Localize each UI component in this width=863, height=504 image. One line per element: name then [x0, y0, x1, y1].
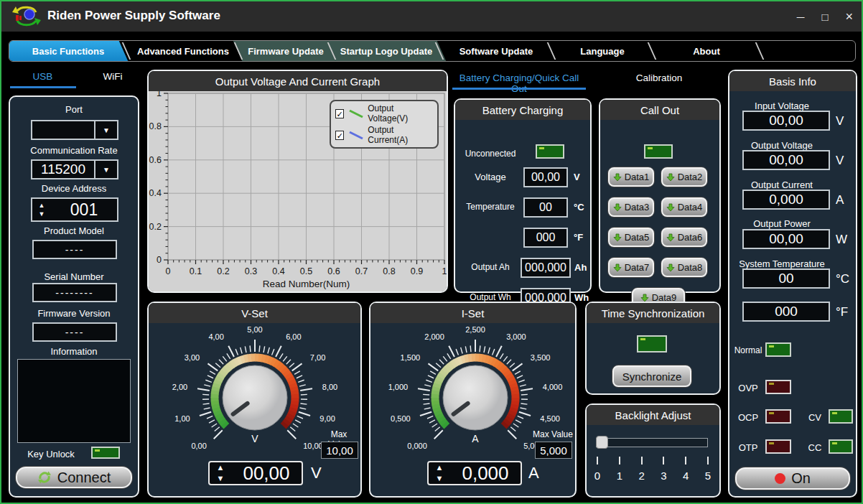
device-address-stepper[interactable]: ▲ ▼ 001 [31, 197, 118, 222]
output-on-button[interactable]: On [735, 467, 850, 490]
tab-wifi[interactable]: WiFi [80, 71, 145, 82]
i-set-stepper[interactable]: ▲ ▼ 0,000 [427, 461, 522, 485]
data5-button[interactable]: Data5 [608, 228, 654, 247]
v-set-stepper[interactable]: ▲ ▼ 00,00 [208, 461, 303, 485]
svg-text:8,00: 8,00 [322, 383, 337, 391]
legend-row-voltage: ✓ Output Voltage(V) [335, 103, 433, 123]
port-dropdown[interactable]: ▼ [31, 120, 118, 140]
svg-text:0.3: 0.3 [245, 266, 257, 276]
data3-button[interactable]: Data3 [608, 197, 654, 217]
dropdown-arrow-icon: ▼ [94, 161, 117, 178]
tab-calibration[interactable]: Calibration [616, 73, 702, 83]
time-sync-title: Time Synchronization [587, 303, 719, 323]
svg-text:0,00: 0,00 [191, 442, 206, 450]
spin-up-icon[interactable]: ▲ [217, 464, 225, 472]
svg-text:2,00: 2,00 [172, 383, 187, 391]
basis-info-panel: Basis Info Input Voltage 00,00 V Output … [728, 70, 857, 498]
battery-temp-f-unit: °F [574, 232, 583, 243]
tab-basic-functions[interactable]: Basic Functions [9, 41, 127, 61]
comm-rate-label: Communication Rate [10, 145, 138, 156]
backlight-tick-mark [619, 457, 620, 465]
comm-rate-dropdown[interactable]: 115200 ▼ [31, 159, 118, 179]
tab-advanced-functions[interactable]: Advanced Functions [127, 41, 239, 61]
battery-charging-panel: Battery Charging Unconnected Voltage 00,… [454, 98, 592, 293]
tab-about[interactable]: About [653, 41, 760, 61]
i-max-value-field[interactable]: 5,000 [535, 442, 572, 459]
tab-startup-logo-update[interactable]: Startup Logo Update [332, 41, 440, 61]
battery-row-label: Output Wh [460, 292, 521, 302]
backlight-tick-labels: 012345 [593, 470, 712, 482]
input-voltage-label: Input Voltage [729, 101, 834, 111]
minimize-icon[interactable]: ─ [797, 11, 805, 23]
tab-language[interactable]: Language [552, 41, 653, 61]
download-arrow-icon [613, 263, 622, 272]
refresh-icon [37, 470, 52, 485]
svg-text:0.4: 0.4 [272, 266, 284, 276]
usb-tab-underline [10, 86, 76, 88]
data2-button[interactable]: Data2 [661, 167, 707, 187]
backlight-tick-mark [685, 457, 686, 465]
spin-up-icon[interactable]: ▲ [436, 464, 444, 472]
battery-voltage-value: 00,00 [523, 167, 568, 187]
ocp-led-label: OCP [735, 412, 761, 423]
backlight-tick-mark [641, 457, 643, 465]
voltage-checkbox[interactable]: ✓ [335, 109, 344, 118]
key-unlock-label: Key Unlock [20, 449, 82, 459]
data1-button[interactable]: Data1 [608, 167, 654, 187]
system-temp-c-unit: °C [836, 272, 849, 286]
tab-software-update[interactable]: Software Update [440, 41, 552, 61]
data4-button[interactable]: Data4 [661, 197, 707, 217]
cc-led [829, 439, 853, 454]
current-checkbox[interactable]: ✓ [335, 131, 344, 140]
download-arrow-icon [640, 294, 649, 302]
connect-button[interactable]: Connect [16, 467, 132, 488]
spin-down-icon[interactable]: ▼ [39, 211, 45, 218]
svg-text:A: A [472, 433, 479, 444]
serial-number-value: -------- [32, 283, 117, 302]
backlight-tick-label: 0 [593, 470, 602, 482]
output-current-unit: A [836, 193, 844, 207]
svg-text:0.2: 0.2 [217, 266, 229, 276]
spin-up-icon[interactable]: ▲ [39, 202, 45, 209]
data8-button[interactable]: Data8 [661, 258, 707, 277]
svg-text:1,00: 1,00 [174, 414, 190, 423]
product-model-label: Product Model [10, 225, 138, 236]
tab-firmware-update[interactable]: Firmware Update [239, 41, 332, 61]
download-arrow-icon [613, 173, 622, 182]
backlight-slider-track[interactable] [596, 438, 708, 447]
i-set-panel: I-Set 0,0000,5001,0001,5002,0002,5003,00… [369, 302, 577, 498]
app-title: Riden Power Supply Software [47, 9, 220, 23]
svg-text:0.1: 0.1 [190, 266, 202, 276]
battery-voltage-unit: V [574, 172, 580, 182]
maximize-icon[interactable]: □ [821, 11, 828, 23]
tab-battery-charging[interactable]: Battery Charging/Quick Call Out [452, 73, 586, 94]
backlight-tick-label: 2 [638, 470, 646, 482]
svg-text:9,00: 9,00 [319, 414, 335, 423]
spin-down-icon[interactable]: ▼ [217, 475, 225, 482]
svg-text:0.7: 0.7 [355, 266, 368, 276]
download-arrow-icon [666, 173, 675, 182]
ovp-led [765, 380, 791, 394]
close-icon[interactable]: × [845, 9, 853, 24]
tab-usb[interactable]: USB [9, 71, 77, 82]
data6-button[interactable]: Data6 [661, 228, 707, 247]
port-label: Port [10, 104, 138, 115]
legend-row-current: ✓ Output Current(A) [335, 125, 433, 145]
backlight-tick-mark [597, 457, 598, 465]
svg-text:0: 0 [166, 266, 171, 276]
dropdown-arrow-icon: ▼ [94, 121, 117, 139]
firmware-version-label: Firmware Version [10, 308, 138, 319]
synchronize-button[interactable]: Synchronize [612, 365, 691, 387]
backlight-slider-thumb[interactable] [596, 436, 608, 449]
app-window: Riden Power Supply Software ─ □ × Basic … [0, 0, 863, 504]
v-max-value-field[interactable]: 10,00 [321, 442, 358, 459]
v-set-value: 00,00 [231, 462, 302, 485]
title-bar: Riden Power Supply Software ─ □ × [1, 1, 862, 32]
download-arrow-icon [666, 233, 675, 242]
graph-legend: ✓ Output Voltage(V) ✓ Output Current(A) [330, 100, 439, 149]
svg-text:4,00: 4,00 [208, 332, 223, 341]
cv-led-label: CV [804, 412, 826, 423]
spin-down-icon[interactable]: ▼ [436, 475, 444, 482]
battery-status-led [536, 144, 564, 159]
data7-button[interactable]: Data7 [608, 258, 654, 277]
